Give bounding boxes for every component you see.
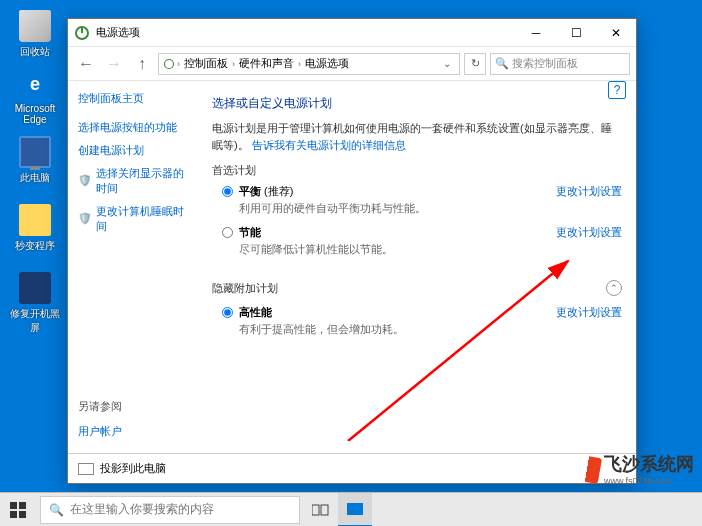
recycle-bin-icon bbox=[19, 10, 51, 42]
main-panel: 选择或自定义电源计划 电源计划是用于管理计算机如何使用电源的一套硬件和系统设置(… bbox=[198, 81, 636, 453]
plan-name: 高性能 bbox=[239, 306, 272, 318]
chevron-right-icon: › bbox=[232, 59, 235, 69]
change-plan-link[interactable]: 更改计划设置 bbox=[556, 225, 622, 240]
refresh-button[interactable]: ↻ bbox=[464, 53, 486, 75]
svg-rect-8 bbox=[312, 505, 319, 515]
svg-rect-6 bbox=[10, 511, 17, 518]
svg-rect-7 bbox=[19, 511, 26, 518]
desktop-icon-label: 修复开机黑屏 bbox=[10, 307, 60, 335]
titlebar: 电源选项 ─ ☐ ✕ bbox=[68, 19, 636, 47]
bottombar: 投影到此电脑 bbox=[68, 453, 636, 483]
watermark-url: www.fs0745.com bbox=[604, 476, 694, 486]
close-button[interactable]: ✕ bbox=[596, 19, 636, 47]
project-icon bbox=[78, 463, 94, 475]
plan-radio-powersaver[interactable] bbox=[222, 227, 233, 238]
maximize-button[interactable]: ☐ bbox=[556, 19, 596, 47]
change-plan-link[interactable]: 更改计划设置 bbox=[556, 305, 622, 320]
sidebar-link-user-accounts[interactable]: 用户帐户 bbox=[78, 424, 188, 439]
search-placeholder: 在这里输入你要搜索的内容 bbox=[70, 501, 214, 518]
search-icon: 🔍 bbox=[49, 503, 64, 517]
minimize-button[interactable]: ─ bbox=[516, 19, 556, 47]
plan-balanced: 平衡 (推荐) 利用可用的硬件自动平衡功耗与性能。 更改计划设置 bbox=[222, 184, 622, 222]
window-icon bbox=[347, 503, 363, 515]
svg-rect-10 bbox=[347, 503, 363, 515]
preferred-plans-label: 首选计划 bbox=[212, 163, 622, 178]
watermark-logo-icon bbox=[574, 456, 600, 482]
computer-icon bbox=[19, 136, 51, 168]
more-info-link[interactable]: 告诉我有关电源计划的详细信息 bbox=[252, 139, 406, 151]
plan-radio-balanced[interactable] bbox=[222, 186, 233, 197]
desktop-icon-edge[interactable]: e Microsoft Edge bbox=[10, 68, 60, 125]
shield-icon: 🛡️ bbox=[78, 212, 92, 226]
back-button[interactable]: ← bbox=[74, 52, 98, 76]
breadcrumb[interactable]: › 控制面板 › 硬件和声音 › 电源选项 ⌄ bbox=[158, 53, 460, 75]
plan-highperf: 高性能 有利于提高性能，但会增加功耗。 更改计划设置 bbox=[222, 305, 622, 343]
svg-rect-5 bbox=[19, 502, 26, 509]
desktop-icon-seconds[interactable]: 秒变程序 bbox=[10, 204, 60, 253]
plan-description: 尽可能降低计算机性能以节能。 bbox=[239, 242, 556, 257]
windows-icon bbox=[10, 502, 26, 518]
window-title: 电源选项 bbox=[96, 25, 516, 40]
breadcrumb-segment[interactable]: 电源选项 bbox=[303, 56, 351, 71]
sidebar-link-sleep[interactable]: 🛡️更改计算机睡眠时间 bbox=[78, 204, 188, 234]
plan-name: 节能 bbox=[239, 226, 261, 238]
recommended-label: (推荐) bbox=[264, 185, 293, 197]
breadcrumb-segment[interactable]: 控制面板 bbox=[182, 56, 230, 71]
page-description: 电源计划是用于管理计算机如何使用电源的一套硬件和系统设置(如显示器亮度、睡眠等)… bbox=[212, 120, 622, 153]
folder-icon bbox=[19, 204, 51, 236]
up-button[interactable]: ↑ bbox=[130, 52, 154, 76]
plan-radio-highperf[interactable] bbox=[222, 307, 233, 318]
taskbar-search-input[interactable]: 🔍 在这里输入你要搜索的内容 bbox=[40, 496, 300, 524]
power-options-window: 电源选项 ─ ☐ ✕ ← → ↑ › 控制面板 › 硬件和声音 › 电源选项 ⌄… bbox=[67, 18, 637, 484]
sidebar: 控制面板主页 选择电源按钮的功能 创建电源计划 🛡️选择关闭显示器的时间 🛡️更… bbox=[68, 81, 198, 453]
collapse-button[interactable]: ⌃ bbox=[606, 280, 622, 296]
page-heading: 选择或自定义电源计划 bbox=[212, 95, 622, 112]
change-plan-link[interactable]: 更改计划设置 bbox=[556, 184, 622, 199]
navbar: ← → ↑ › 控制面板 › 硬件和声音 › 电源选项 ⌄ ↻ 🔍 搜索控制面板 bbox=[68, 47, 636, 81]
task-view-button[interactable] bbox=[304, 493, 338, 527]
desktop-icon-label: 秒变程序 bbox=[10, 239, 60, 253]
see-also-label: 另请参阅 bbox=[78, 399, 188, 414]
svg-rect-4 bbox=[10, 502, 17, 509]
desktop-icon-recycle[interactable]: 回收站 bbox=[10, 10, 60, 59]
search-placeholder: 搜索控制面板 bbox=[512, 56, 578, 71]
desktop-icon-label: 回收站 bbox=[10, 45, 60, 59]
plan-description: 有利于提高性能，但会增加功耗。 bbox=[239, 322, 556, 337]
start-button[interactable] bbox=[0, 493, 36, 527]
desktop-icon-thispc[interactable]: 此电脑 bbox=[10, 136, 60, 185]
power-icon bbox=[163, 58, 175, 70]
svg-rect-9 bbox=[321, 505, 328, 515]
chevron-right-icon: › bbox=[177, 59, 180, 69]
chevron-right-icon: › bbox=[298, 59, 301, 69]
content-area: 控制面板主页 选择电源按钮的功能 创建电源计划 🛡️选择关闭显示器的时间 🛡️更… bbox=[68, 81, 636, 453]
sidebar-link-display-off[interactable]: 🛡️选择关闭显示器的时间 bbox=[78, 166, 188, 196]
watermark-brand: 飞沙系统网 bbox=[604, 454, 694, 474]
taskbar: 🔍 在这里输入你要搜索的内容 bbox=[0, 492, 702, 526]
sidebar-link-create-plan[interactable]: 创建电源计划 bbox=[78, 143, 188, 158]
taskview-icon bbox=[312, 503, 330, 517]
edge-icon: e bbox=[19, 68, 51, 100]
chevron-up-icon: ⌃ bbox=[610, 283, 618, 293]
search-icon: 🔍 bbox=[495, 57, 509, 70]
breadcrumb-segment[interactable]: 硬件和声音 bbox=[237, 56, 296, 71]
plan-powersaver: 节能 尽可能降低计算机性能以节能。 更改计划设置 bbox=[222, 225, 622, 263]
watermark: 飞沙系统网 www.fs0745.com bbox=[574, 452, 694, 486]
search-input[interactable]: 🔍 搜索控制面板 bbox=[490, 53, 630, 75]
forward-button[interactable]: → bbox=[102, 52, 126, 76]
desktop-icon-label: Microsoft Edge bbox=[10, 103, 60, 125]
bottombar-text[interactable]: 投影到此电脑 bbox=[100, 461, 166, 476]
power-icon bbox=[74, 25, 90, 41]
repair-icon bbox=[19, 272, 51, 304]
plan-name: 平衡 bbox=[239, 185, 261, 197]
hidden-plans-label: 隐藏附加计划 bbox=[212, 281, 278, 296]
desktop-icon-label: 此电脑 bbox=[10, 171, 60, 185]
plan-description: 利用可用的硬件自动平衡功耗与性能。 bbox=[239, 201, 556, 216]
control-panel-home-link[interactable]: 控制面板主页 bbox=[78, 91, 188, 106]
chevron-down-icon[interactable]: ⌄ bbox=[439, 58, 455, 69]
shield-icon: 🛡️ bbox=[78, 174, 92, 188]
desktop-icon-repair[interactable]: 修复开机黑屏 bbox=[10, 272, 60, 335]
sidebar-link-power-button[interactable]: 选择电源按钮的功能 bbox=[78, 120, 188, 135]
svg-point-2 bbox=[165, 59, 174, 68]
taskbar-app[interactable] bbox=[338, 493, 372, 527]
